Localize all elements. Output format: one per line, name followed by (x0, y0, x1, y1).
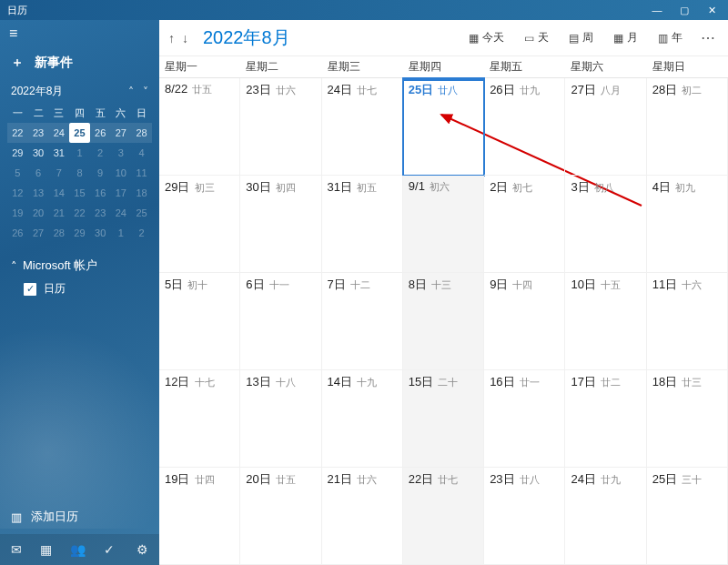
prev-period-button[interactable]: ↑ (168, 31, 175, 45)
day-cell[interactable]: 19日 廿四 (159, 468, 240, 565)
mini-day[interactable]: 29 (7, 143, 28, 163)
mini-day[interactable]: 22 (7, 123, 28, 143)
window-close-button[interactable]: ✕ (704, 5, 719, 16)
day-cell[interactable]: 14日 十九 (322, 370, 403, 468)
mini-day[interactable]: 9 (90, 163, 111, 183)
mini-day[interactable]: 15 (69, 183, 90, 203)
day-view-button[interactable]: ▭天 (519, 27, 554, 48)
day-cell[interactable]: 25日 廿八 (403, 78, 484, 176)
day-cell[interactable]: 28日 初二 (647, 78, 728, 176)
mini-day[interactable]: 27 (111, 123, 132, 143)
day-cell[interactable]: 4日 初九 (647, 176, 728, 273)
more-button[interactable]: ⋯ (697, 29, 719, 46)
day-cell[interactable]: 8日 十三 (403, 273, 484, 370)
mini-day[interactable]: 30 (90, 223, 111, 243)
day-cell[interactable]: 15日 二十 (403, 370, 484, 468)
day-cell[interactable]: 29日 初三 (159, 176, 240, 273)
day-cell[interactable]: 12日 十七 (159, 370, 240, 468)
mini-day[interactable]: 8 (69, 163, 90, 183)
today-button[interactable]: ▦今天 (463, 27, 510, 48)
day-cell[interactable]: 25日 三十 (647, 468, 728, 565)
mini-day[interactable]: 2 (90, 143, 111, 163)
mini-day[interactable]: 5 (7, 163, 28, 183)
mini-day[interactable]: 3 (111, 143, 132, 163)
day-cell[interactable]: 22日 廿七 (403, 468, 484, 565)
day-cell[interactable]: 18日 廿三 (647, 370, 728, 468)
day-cell[interactable]: 9日 十四 (484, 273, 565, 370)
mini-day[interactable]: 1 (111, 223, 132, 243)
mini-day[interactable]: 27 (28, 223, 49, 243)
day-cell[interactable]: 24日 廿九 (565, 468, 646, 565)
mini-calendar[interactable]: 一二三四五六日 22232425262728293031123456789101… (7, 103, 152, 243)
day-cell[interactable]: 27日 八月 (565, 78, 646, 176)
mini-day[interactable]: 20 (28, 203, 49, 223)
mini-day[interactable]: 7 (48, 163, 69, 183)
mini-day[interactable]: 23 (90, 203, 111, 223)
calendar-icon[interactable]: ▦ (40, 542, 52, 557)
mini-day[interactable]: 6 (28, 163, 49, 183)
mini-day[interactable]: 10 (111, 163, 132, 183)
mini-day[interactable]: 21 (48, 203, 69, 223)
mini-day[interactable]: 22 (69, 203, 90, 223)
hamburger-button[interactable]: ≡ (0, 20, 159, 47)
mini-next-month[interactable]: ˅ (143, 86, 148, 98)
mini-day[interactable]: 23 (28, 123, 49, 143)
window-minimize-button[interactable]: — (650, 5, 664, 16)
day-cell[interactable]: 8/22 廿五 (159, 78, 240, 176)
mini-day[interactable]: 17 (111, 183, 132, 203)
mini-day[interactable]: 24 (48, 123, 69, 143)
mini-day[interactable]: 31 (48, 143, 69, 163)
day-cell[interactable]: 26日 廿九 (484, 78, 565, 176)
mini-day[interactable]: 2 (131, 223, 152, 243)
mini-day[interactable]: 25 (69, 123, 90, 143)
mini-day[interactable]: 28 (48, 223, 69, 243)
people-icon[interactable]: 👥 (70, 542, 86, 557)
day-cell[interactable]: 23日 廿八 (484, 468, 565, 565)
calendar-checkbox-row[interactable]: ✓ 日历 (11, 274, 148, 297)
day-cell[interactable]: 3日 初八 (565, 176, 646, 273)
day-cell[interactable]: 10日 十五 (565, 273, 646, 370)
mini-day[interactable]: 19 (7, 203, 28, 223)
header-month-title[interactable]: 2022年8月 (203, 25, 290, 50)
mini-day[interactable]: 1 (69, 143, 90, 163)
mini-day[interactable]: 26 (90, 123, 111, 143)
day-cell[interactable]: 17日 廿二 (565, 370, 646, 468)
mini-day[interactable]: 30 (28, 143, 49, 163)
day-cell[interactable]: 13日 十八 (240, 370, 321, 468)
day-cell[interactable]: 2日 初七 (484, 176, 565, 273)
day-cell[interactable]: 6日 十一 (240, 273, 321, 370)
day-cell[interactable]: 31日 初五 (322, 176, 403, 273)
add-calendar-button[interactable]: ▥ 添加日历 (0, 499, 159, 534)
day-cell[interactable]: 7日 十二 (322, 273, 403, 370)
mail-icon[interactable]: ✉ (11, 542, 22, 557)
day-cell[interactable]: 16日 廿一 (484, 370, 565, 468)
day-cell[interactable]: 5日 初十 (159, 273, 240, 370)
day-cell[interactable]: 24日 廿七 (322, 78, 403, 176)
day-cell[interactable]: 30日 初四 (240, 176, 321, 273)
mini-day[interactable]: 11 (131, 163, 152, 183)
mini-day[interactable]: 26 (7, 223, 28, 243)
week-view-button[interactable]: ▤周 (563, 27, 599, 48)
mini-day[interactable]: 14 (48, 183, 69, 203)
account-toggle[interactable]: ˄ Microsoft 帐户 (11, 257, 148, 274)
todo-icon[interactable]: ✓ (104, 542, 115, 557)
new-event-button[interactable]: ＋ 新事件 (0, 47, 159, 82)
mini-day[interactable]: 18 (131, 183, 152, 203)
mini-prev-month[interactable]: ˄ (128, 86, 134, 98)
mini-day[interactable]: 13 (28, 183, 49, 203)
day-cell[interactable]: 20日 廿五 (240, 468, 321, 565)
day-cell[interactable]: 9/1 初六 (403, 176, 484, 273)
day-cell[interactable]: 23日 廿六 (240, 78, 321, 176)
day-cell[interactable]: 21日 廿六 (322, 468, 403, 565)
mini-day[interactable]: 25 (131, 203, 152, 223)
window-maximize-button[interactable]: ▢ (677, 5, 692, 16)
mini-day[interactable]: 16 (90, 183, 111, 203)
mini-day[interactable]: 28 (131, 123, 152, 143)
mini-day[interactable]: 12 (7, 183, 28, 203)
mini-day[interactable]: 29 (69, 223, 90, 243)
year-view-button[interactable]: ▥年 (652, 27, 688, 48)
next-period-button[interactable]: ↓ (182, 31, 188, 45)
mini-day[interactable]: 24 (111, 203, 132, 223)
settings-icon[interactable]: ⚙ (136, 542, 148, 557)
month-view-button[interactable]: ▦月 (608, 27, 643, 48)
